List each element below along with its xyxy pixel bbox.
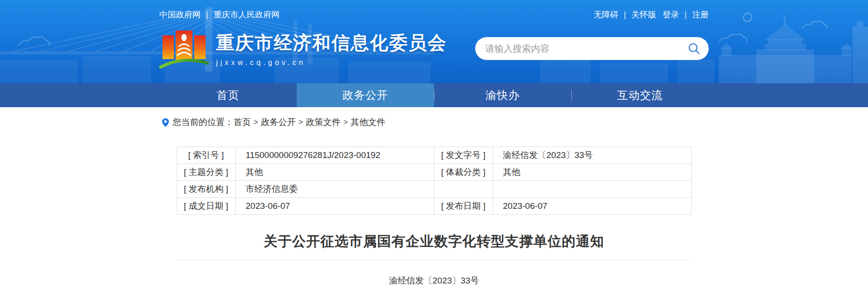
site-url: jjxxw.cq.gov.cn — [216, 59, 447, 67]
title-divider — [177, 260, 691, 260]
search-input[interactable] — [485, 44, 688, 54]
location-pin-icon — [162, 118, 169, 127]
meta-value-genre: 其他 — [493, 164, 691, 181]
meta-label-genre: [ 体裁分类 ] — [434, 164, 493, 181]
link-china-gov[interactable]: 中国政府网 — [159, 9, 201, 20]
meta-value-issuer: 市经济信息委 — [235, 181, 434, 198]
breadcrumb-policy-docs[interactable]: 政策文件 — [306, 116, 341, 128]
meta-value-doc-no: 渝经信发〔2023〕33号 — [493, 147, 691, 164]
nav-item-yukuaiban[interactable]: 渝快办 — [434, 83, 571, 107]
topbar-divider: | — [624, 10, 626, 20]
meta-value-date-published: 2023-06-07 — [493, 198, 691, 215]
nav-item-gov-info[interactable]: 政务公开 — [297, 83, 434, 107]
link-care-mode[interactable]: 关怀版 — [631, 9, 656, 20]
nav-item-interaction[interactable]: 互动交流 — [571, 83, 709, 107]
document-meta-table: [ 索引号 ] 11500000009276281J/2023-00192 [ … — [177, 147, 692, 215]
meta-label-date-published: [ 发布日期 ] — [434, 198, 493, 215]
document-title: 关于公开征选市属国有企业数字化转型支撑单位的通知 — [159, 233, 709, 250]
meta-label-issuer: [ 发布机构 ] — [177, 181, 235, 198]
link-cq-gov[interactable]: 重庆市人民政府网 — [214, 9, 280, 20]
breadcrumb-prefix: 您当前的位置： — [173, 116, 233, 128]
document-number: 渝经信发〔2023〕33号 — [159, 275, 709, 287]
search-box — [475, 37, 709, 60]
link-accessibility[interactable]: 无障碍 — [594, 9, 618, 20]
main-content: 您当前的位置： 首页 > 政务公开 > 政策文件 > 其他文件 [ 索引号 ] … — [159, 116, 709, 287]
breadcrumb: 您当前的位置： 首页 > 政务公开 > 政策文件 > 其他文件 — [159, 116, 709, 128]
topbar: 中国政府网 | 重庆市人民政府网 无障碍 | 关怀版 登录 | 注册 — [159, 0, 709, 20]
meta-label-date-written: [ 成文日期 ] — [177, 198, 235, 215]
link-register[interactable]: 注册 — [692, 9, 709, 20]
meta-label-doc-no: [ 发文字号 ] — [434, 147, 493, 164]
meta-label-index-no: [ 索引号 ] — [177, 147, 235, 164]
breadcrumb-separator: > — [343, 118, 348, 127]
breadcrumb-other-docs[interactable]: 其他文件 — [351, 116, 385, 128]
meta-value-empty — [493, 181, 691, 198]
meta-label-empty — [434, 181, 493, 198]
meta-value-index-no: 11500000009276281J/2023-00192 — [235, 147, 434, 164]
breadcrumb-separator: > — [254, 118, 258, 127]
main-nav: 首页 政务公开 渝快办 互动交流 — [0, 83, 868, 107]
table-row: [ 主题分类 ] 其他 [ 体裁分类 ] 其他 — [177, 164, 691, 181]
topbar-divider: | — [206, 10, 208, 20]
site-title: 重庆市经济和信息化委员会 — [216, 30, 447, 55]
link-login[interactable]: 登录 — [662, 9, 679, 20]
site-header: 中国政府网 | 重庆市人民政府网 无障碍 | 关怀版 登录 | 注册 — [0, 0, 868, 83]
table-row: [ 成文日期 ] 2023-06-07 [ 发布日期 ] 2023-06-07 — [177, 198, 691, 215]
breadcrumb-gov-info[interactable]: 政务公开 — [261, 116, 296, 128]
search-icon[interactable] — [688, 42, 700, 55]
site-logo-emblem — [159, 26, 209, 71]
breadcrumb-home[interactable]: 首页 — [233, 116, 251, 128]
table-row: [ 索引号 ] 11500000009276281J/2023-00192 [ … — [177, 147, 691, 164]
meta-value-subject: 其他 — [235, 164, 434, 181]
meta-label-subject: [ 主题分类 ] — [177, 164, 235, 181]
table-row: [ 发布机构 ] 市经济信息委 — [177, 181, 691, 198]
topbar-divider: | — [684, 10, 687, 20]
breadcrumb-separator: > — [298, 118, 303, 127]
meta-value-date-written: 2023-06-07 — [235, 198, 434, 215]
nav-item-home[interactable]: 首页 — [159, 83, 297, 107]
